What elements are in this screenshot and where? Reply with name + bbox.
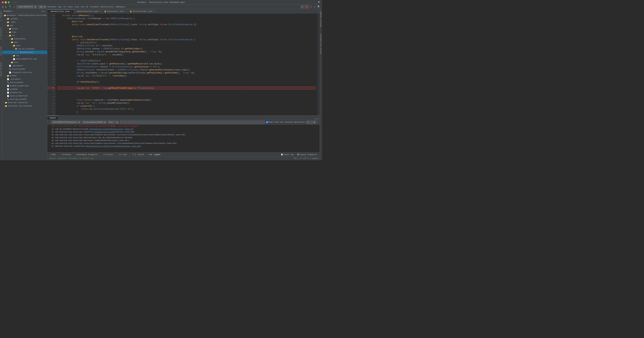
project-gear-icon[interactable]: ⚙: [41, 10, 42, 12]
breadcrumb-netdemo3-pkg[interactable]: netdemo3: [90, 6, 99, 8]
sidebar-tab-build[interactable]: Build Variants: [0, 62, 2, 76]
tab-realconnection[interactable]: ☕ RealConnection.java ✕: [74, 9, 102, 13]
project-close-icon[interactable]: ✕: [44, 10, 46, 12]
logcat-scroll-icon[interactable]: ⬇: [317, 121, 318, 124]
tab-mainactivity[interactable]: ☕ MainActivity.java ✕: [47, 9, 74, 13]
log-link-1[interactable]: checkServerTrusted(MainActivity.java:74): [89, 128, 134, 130]
profiler-button[interactable]: ≈ Profiler: [102, 153, 114, 156]
tree-item-idea[interactable]: ▸ 📁 .idea: [2, 20, 47, 24]
sidebar-tab-device-file[interactable]: Device File Explorer: [320, 34, 322, 54]
tree-item-gradlew[interactable]: 📄 gradlew: [2, 88, 47, 91]
tree-item-gitignore-app[interactable]: 📄 .gitignore: [2, 64, 47, 68]
line-endings[interactable]: LF: [300, 158, 302, 160]
traffic-lights[interactable]: [2, 1, 10, 3]
tree-item-gradle-properties[interactable]: 📄 gradle.properties: [2, 84, 47, 88]
sidebar-tab-structure[interactable]: 2: Structure: [0, 28, 2, 40]
tree-item-mainactivity[interactable]: ☕ MainActivity: [2, 51, 47, 54]
toolbar-icon-2[interactable]: ↩: [14, 1, 16, 4]
tree-item-local-properties[interactable]: 📄 local.properties: [2, 94, 47, 98]
debug-button[interactable]: 🐞: [305, 5, 309, 8]
tree-item-app[interactable]: ▾ 📁 app: [2, 24, 47, 27]
sync-button[interactable]: ↻: [314, 5, 316, 8]
sidebar-tab-project[interactable]: 1: Project: [0, 11, 2, 21]
tree-item-test[interactable]: ▸ 📁 test: [2, 61, 47, 64]
filter-input[interactable]: [120, 120, 265, 124]
build-button[interactable]: 🔨 5: Build: [131, 153, 145, 156]
logcat-close-icon[interactable]: ✕: [317, 118, 318, 120]
breadcrumb-src[interactable]: src: [63, 6, 66, 8]
database-inspector-button[interactable]: ⊞ Database Inspector: [76, 153, 99, 156]
tree-item-package[interactable]: ▾ 📦 com.nb.netdemo3: [2, 47, 47, 51]
code-content[interactable]: private void doRequest() { X509TrustMana…: [56, 14, 317, 115]
breadcrumb-java[interactable]: java: [75, 6, 79, 8]
log-link-3[interactable]: RealConnection.connectTls(RealConnection…: [86, 145, 142, 147]
breadcrumb-dorequest[interactable]: doRequest: [116, 6, 126, 8]
run-button[interactable]: ▶: [301, 5, 304, 8]
logcat-bottom-button[interactable]: ≡ 6: Logcat: [148, 153, 162, 156]
close-button[interactable]: [2, 1, 4, 3]
breadcrumb-mainactivity[interactable]: MainActivity: [100, 6, 114, 8]
tree-item-build[interactable]: ▸ 📁 build: [2, 27, 47, 30]
tree-item-proguard[interactable]: 📄 proguard-rules.pro: [2, 71, 47, 74]
tree-item-gradlew-bat[interactable]: 📄 gradlew.bat: [2, 91, 47, 94]
breadcrumb-netdemo3[interactable]: NetDemo3: [48, 6, 56, 8]
device-dropdown[interactable]: Xiaomi M2007J17C Android 10, /: [51, 120, 81, 124]
package-dropdown[interactable]: com.nb.netdemo3 (23975): [82, 120, 106, 124]
tab-sslcontextspi-close[interactable]: ✕: [154, 10, 155, 12]
run-panel-button[interactable]: ▶ 4: Run: [118, 153, 128, 156]
forward-button[interactable]: ▶: [5, 5, 7, 8]
logcat-content[interactable]: ⚠ 2022-10-07 15:58:17.186 23975-24023/co…: [47, 124, 320, 152]
tree-item-androidtest[interactable]: ▸ 📁 androidTest: [2, 37, 47, 40]
app-selector[interactable]: app: [38, 5, 46, 8]
tree-item-gitignore-root[interactable]: 📄 .gitignore: [2, 78, 47, 81]
tree-item-main[interactable]: ▾ 📁 main: [2, 40, 47, 44]
terminal-button[interactable]: > Terminal: [60, 153, 72, 156]
tab-sslcontext[interactable]: 🔒 SSLContext.java ✕: [102, 9, 128, 13]
tab-mainactivity-close[interactable]: ✕: [71, 10, 72, 12]
device-selector[interactable]: Xiaomi M2007J17C: [16, 5, 37, 8]
toolbar-icon-1[interactable]: ⬚: [12, 1, 14, 4]
tree-item-build-gradle-app[interactable]: 🔧 build.gradle: [2, 68, 47, 71]
logcat-tab[interactable]: logcat: [47, 116, 58, 120]
sidebar-tab-favorites[interactable]: Favorites: [0, 46, 2, 55]
breadcrumb-com[interactable]: com: [81, 6, 84, 8]
layout-inspector-button[interactable]: 🖼 Layout Inspector: [296, 153, 318, 156]
tree-item-netdemo3[interactable]: ▾ 📁 NetDemo3 ~/AndroidStudioProjects/Net…: [2, 14, 47, 17]
tab-realconnection-close[interactable]: ✕: [100, 10, 100, 12]
tree-item-libs[interactable]: ▸ 📁 libs: [2, 30, 47, 34]
nav-icon-3[interactable]: ◯: [13, 5, 16, 8]
tree-item-src[interactable]: ▾ 📁 src: [2, 34, 47, 37]
encoding[interactable]: UTF-8: [303, 158, 308, 160]
logcat-settings-icon[interactable]: ⚙: [315, 118, 316, 120]
regex-checkbox[interactable]: [266, 121, 268, 123]
maximize-button[interactable]: [8, 1, 10, 3]
tab-sslcontextspi[interactable]: 🔒 SSLContextSpi.java ✕: [128, 9, 157, 13]
breadcrumb-app[interactable]: app: [58, 6, 62, 8]
tree-item-external-libs[interactable]: ▸ 📁 External Libraries: [2, 101, 47, 104]
regex-checkbox-label[interactable]: Regex: [266, 121, 274, 123]
todo-button[interactable]: ✓ TODO: [49, 153, 57, 156]
tab-sslcontext-close[interactable]: ✕: [125, 10, 126, 12]
back-button[interactable]: ◀: [1, 5, 4, 8]
event-log-button[interactable]: 📋 Event Log: [280, 153, 294, 156]
tree-item-scratches[interactable]: ▸ 📁 Scratches and Consoles: [2, 104, 47, 108]
tree-item-androidmanifest[interactable]: 📄 AndroidManifest.xml: [2, 57, 47, 61]
breadcrumb-nb[interactable]: nb: [86, 6, 88, 8]
tree-item-settings-gradle[interactable]: 🔧 settings.gradle: [2, 98, 47, 101]
cursor-position[interactable]: 83:1: [294, 158, 298, 160]
tree-item-gradle-root[interactable]: ▸ 📁 gradle: [2, 74, 47, 78]
project-layout-icon[interactable]: ⊞: [43, 10, 44, 12]
log-link-2[interactable]: checkServerTrusted: [94, 131, 114, 133]
tree-item-java[interactable]: ▾ 📁 java: [2, 44, 47, 47]
search-button[interactable]: 🔍: [317, 5, 321, 8]
toolbar-icon-3[interactable]: ↪: [17, 1, 18, 4]
sidebar-tab-resource-manager[interactable]: Resource Manager: [320, 11, 322, 27]
tree-item-res[interactable]: ▸ 📁 res: [2, 54, 47, 57]
minimize-button[interactable]: [5, 1, 7, 3]
indent-size[interactable]: 4 spaces: [310, 158, 318, 160]
stop-button[interactable]: ■: [310, 5, 312, 8]
tree-item-build-gradle-root[interactable]: 🔧 build.gradle: [2, 81, 47, 84]
tree-item-gradle[interactable]: ▸ 📁 .gradle: [2, 17, 47, 20]
search-icon[interactable]: 🔍: [318, 1, 320, 3]
level-dropdown[interactable]: Error Verbose Debug Info Warning: [108, 120, 119, 124]
